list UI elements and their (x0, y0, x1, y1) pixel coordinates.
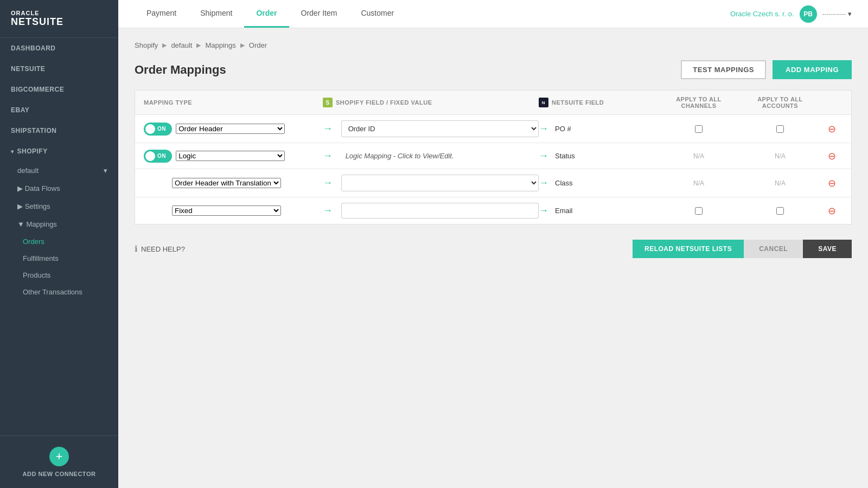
user-dropdown[interactable]: ············ ▾ (822, 10, 852, 18)
table-header: MAPPING TYPE S SHOPIFY FIELD / FIXED VAL… (135, 91, 851, 115)
row4-fixed-input[interactable] (341, 203, 539, 219)
row4-accounts-checkbox[interactable] (776, 207, 784, 215)
footer-actions: RELOAD NETSUITE LISTS CANCEL SAVE (633, 240, 852, 258)
breadcrumb-default[interactable]: default (171, 41, 192, 49)
row2-mapping-type-select[interactable]: Order Header Logic Order Header with Tra… (176, 151, 285, 161)
avatar: PB (800, 5, 817, 23)
plus-icon: + (49, 447, 69, 466)
sidebar-item-shipstation[interactable]: SHIPSTATION (0, 120, 118, 141)
expand-icon: ▶ (17, 202, 23, 210)
sidebar-item-dataflows[interactable]: ▶ Data Flows (0, 179, 118, 197)
sidebar-item-default[interactable]: default ▾ (0, 162, 118, 179)
expand-icon: ▼ (17, 220, 24, 228)
row1-toggle[interactable]: ON (144, 123, 172, 136)
shopify-icon: S (323, 98, 333, 107)
row1-shopify-field: → Order ID (323, 120, 539, 137)
row2-delete-cell[interactable]: ⊖ (821, 151, 843, 161)
breadcrumb-sep-1: ▶ (162, 42, 167, 49)
add-connector-button[interactable]: + ADD NEW CONNECTOR (0, 435, 118, 488)
row4-apply-channels[interactable] (658, 207, 739, 215)
row4-mapping-type-select[interactable]: Order Header Order Header with Translati… (172, 206, 281, 216)
row4-delete-button[interactable]: ⊖ (828, 206, 836, 216)
chevron-down-icon: ▾ (848, 10, 852, 18)
netsuite-label: NETSUITE (11, 16, 107, 28)
toggle-on-label: ON (157, 126, 166, 132)
sidebar-item-products[interactable]: Products (0, 267, 118, 284)
help-icon: ℹ (135, 244, 138, 254)
row1-channels-checkbox[interactable] (695, 125, 703, 133)
tab-order[interactable]: Order (244, 0, 289, 28)
row2-toggle-cell: ON Order Header Logic Order Header with … (144, 150, 323, 163)
sidebar-item-ebay[interactable]: EBAY (0, 100, 118, 120)
row3-netsuite-cell: → Class (539, 177, 658, 189)
row1-shopify-select[interactable]: Order ID (341, 120, 539, 137)
row3-shopify-field: → (323, 175, 539, 191)
sidebar-item-mappings[interactable]: ▼ Mappings (0, 215, 118, 233)
row4-channels-checkbox[interactable] (695, 207, 703, 215)
tab-order-item[interactable]: Order Item (289, 0, 349, 28)
username-label: ············ (822, 10, 846, 18)
company-name: Oracle Czech s. r. o. (730, 10, 794, 18)
sidebar: ORACLE NETSUITE DASHBOARD NETSUITE BIGCO… (0, 0, 118, 488)
row1-apply-accounts[interactable] (739, 125, 821, 133)
need-help-link[interactable]: ℹ NEED HELP? (135, 244, 185, 254)
row3-mapping-type-select[interactable]: Order Header Order Header with Translati… (172, 178, 281, 188)
sidebar-item-bigcommerce[interactable]: BIGCOMMERCE (0, 79, 118, 100)
sidebar-item-orders[interactable]: Orders (0, 233, 118, 250)
col-netsuite-header: N NETSUITE FIELD (539, 98, 658, 107)
row1-accounts-checkbox[interactable] (776, 125, 784, 133)
toggle-knob (145, 124, 155, 134)
row2-toggle[interactable]: ON (144, 150, 172, 163)
breadcrumb-shopify[interactable]: Shopify (135, 41, 158, 49)
test-mappings-button[interactable]: TEST MAPPINGS (681, 60, 766, 79)
sidebar-item-fulfillments[interactable]: Fulfillments (0, 250, 118, 267)
row2-netsuite-cell: → Status (539, 150, 658, 162)
row3-delete-button[interactable]: ⊖ (828, 178, 836, 188)
row3-shopify-select[interactable] (341, 175, 539, 191)
sidebar-item-shopify[interactable]: ▾ SHOPIFY (0, 141, 118, 162)
row4-delete-cell[interactable]: ⊖ (821, 206, 843, 216)
row1-delete-cell[interactable]: ⊖ (821, 124, 843, 134)
page-header: Order Mappings TEST MAPPINGS ADD MAPPING (135, 60, 852, 79)
row1-mapping-type-select[interactable]: Order Header Order Header with Translati… (176, 124, 285, 134)
add-mapping-button[interactable]: ADD MAPPING (773, 60, 852, 79)
tab-customer[interactable]: Customer (349, 0, 406, 28)
row4-apply-accounts[interactable] (739, 207, 821, 215)
reload-button[interactable]: RELOAD NETSUITE LISTS (633, 240, 744, 258)
need-help-label: NEED HELP? (141, 245, 185, 253)
row2-delete-button[interactable]: ⊖ (828, 151, 836, 161)
row1-delete-button[interactable]: ⊖ (828, 124, 836, 134)
row2-logic-text[interactable]: Logic Mapping - Click to View/Edit. (341, 149, 458, 163)
arrow-icon: → (323, 123, 333, 134)
row1-arrow: → (323, 123, 333, 134)
sidebar-item-settings[interactable]: ▶ Settings (0, 197, 118, 215)
save-button[interactable]: SAVE (803, 240, 852, 258)
col-shopify-header: S SHOPIFY FIELD / FIXED VALUE (323, 98, 539, 107)
sidebar-item-netsuite[interactable]: NETSUITE (0, 59, 118, 79)
row4-arrow: → (323, 205, 333, 216)
row1-netsuite-field: PO # (553, 125, 571, 133)
row2-apply-channels: N/A (658, 152, 739, 160)
chevron-down-icon: ▾ (11, 149, 14, 155)
content-area: Shopify ▶ default ▶ Mappings ▶ Order Ord… (118, 28, 868, 488)
row3-delete-cell[interactable]: ⊖ (821, 178, 843, 188)
logo: ORACLE NETSUITE (0, 0, 118, 38)
row1-apply-channels[interactable] (658, 125, 739, 133)
header-actions: TEST MAPPINGS ADD MAPPING (681, 60, 852, 79)
breadcrumb-mappings[interactable]: Mappings (205, 41, 235, 49)
row3-arrow: → (323, 177, 333, 189)
tab-payment[interactable]: Payment (135, 0, 188, 28)
row4-netsuite-field: Email (553, 207, 573, 215)
breadcrumb: Shopify ▶ default ▶ Mappings ▶ Order (135, 41, 852, 49)
sidebar-item-other-transactions[interactable]: Other Transactions (0, 284, 118, 300)
sidebar-item-dashboard[interactable]: DASHBOARD (0, 38, 118, 59)
cancel-button[interactable]: CANCEL (744, 240, 803, 258)
mappings-table: MAPPING TYPE S SHOPIFY FIELD / FIXED VAL… (135, 90, 852, 224)
tab-shipment[interactable]: Shipment (188, 0, 244, 28)
arrow-icon: → (323, 205, 333, 216)
col-apply-accounts-header: APPLY TO ALL ACCOUNTS (739, 96, 821, 109)
arrow-icon: → (323, 177, 333, 189)
oracle-label: ORACLE (11, 10, 107, 16)
arrow-icon: → (539, 123, 548, 134)
top-right-area: Oracle Czech s. r. o. PB ············ ▾ (730, 5, 852, 23)
